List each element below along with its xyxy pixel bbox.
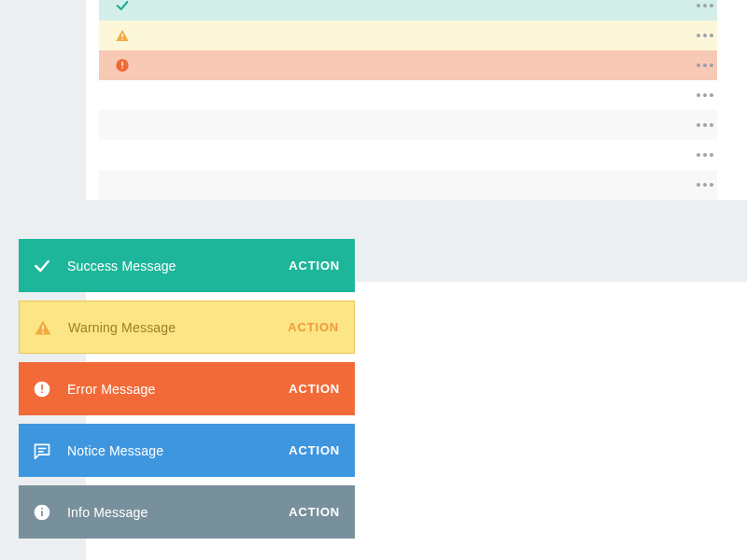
svg-rect-14 — [41, 508, 43, 510]
more-menu-icon[interactable] — [697, 153, 713, 157]
snackbar-action-button[interactable]: ACTION — [289, 443, 340, 457]
snackbar-action-button[interactable]: ACTION — [289, 382, 340, 396]
snackbar-error: Error Message ACTION — [19, 362, 355, 415]
check-icon — [114, 0, 131, 14]
snackbar-warning: Warning Message ACTION — [19, 301, 355, 354]
svg-rect-3 — [121, 62, 122, 66]
snackbar-label: Info Message — [67, 505, 289, 520]
snackbar-stack: Success Message ACTION Warning Message A… — [19, 239, 355, 539]
snackbar-success: Success Message ACTION — [19, 239, 355, 292]
more-menu-icon[interactable] — [697, 4, 713, 7]
inline-message-list — [86, 0, 747, 200]
inline-message-error — [99, 50, 717, 80]
more-menu-icon[interactable] — [697, 34, 713, 37]
check-icon — [32, 256, 52, 276]
inline-message-plain — [99, 110, 717, 140]
snackbar-notice: Notice Message ACTION — [19, 424, 355, 477]
more-menu-icon[interactable] — [697, 63, 713, 67]
more-menu-icon[interactable] — [697, 123, 713, 127]
snackbar-label: Warning Message — [68, 320, 288, 335]
more-menu-icon[interactable] — [697, 93, 713, 97]
more-menu-icon[interactable] — [697, 183, 713, 187]
inline-message-plain — [99, 140, 717, 170]
svg-rect-6 — [42, 331, 44, 333]
snackbar-label: Success Message — [67, 259, 289, 273]
inline-message-plain — [99, 80, 717, 110]
snackbar-label: Notice Message — [67, 443, 289, 458]
svg-rect-13 — [41, 511, 43, 516]
snackbar-action-button[interactable]: ACTION — [288, 320, 339, 334]
snackbar-label: Error Message — [67, 382, 289, 397]
warning-triangle-icon — [114, 27, 131, 44]
svg-rect-0 — [121, 34, 122, 37]
svg-rect-5 — [42, 325, 44, 329]
exclamation-circle-icon — [114, 57, 131, 74]
message-bubble-icon — [32, 441, 52, 461]
snackbar-action-button[interactable]: ACTION — [289, 259, 340, 273]
inline-message-success — [99, 0, 717, 21]
exclamation-circle-icon — [32, 379, 52, 399]
info-circle-icon — [32, 502, 52, 523]
svg-rect-9 — [41, 391, 43, 393]
svg-rect-8 — [41, 385, 43, 390]
snackbar-info: Info Message ACTION — [19, 485, 355, 539]
svg-rect-4 — [121, 67, 122, 68]
svg-rect-1 — [121, 38, 122, 39]
warning-triangle-icon — [33, 317, 53, 338]
snackbar-action-button[interactable]: ACTION — [289, 505, 340, 519]
inline-message-warning — [99, 21, 717, 50]
inline-message-plain — [99, 170, 717, 200]
